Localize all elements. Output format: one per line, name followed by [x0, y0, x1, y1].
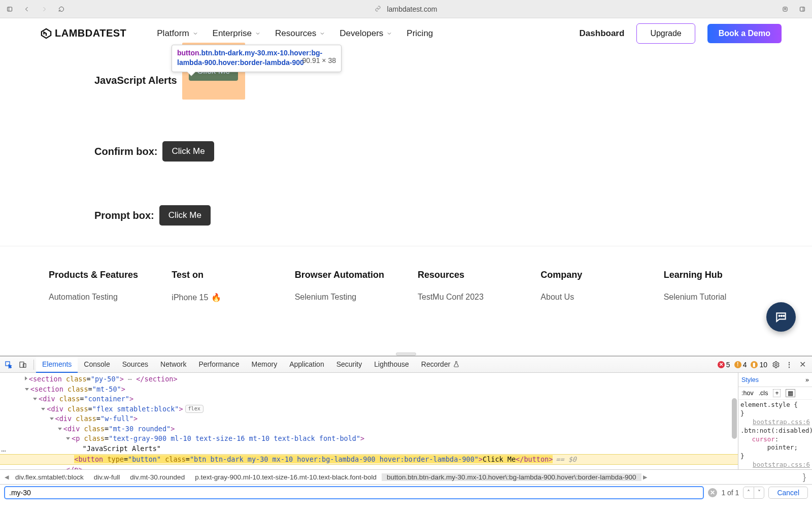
- flex-chip[interactable]: flex: [185, 405, 204, 413]
- upgrade-button[interactable]: Upgrade: [636, 23, 695, 44]
- cls-toggle[interactable]: .cls: [759, 390, 768, 397]
- add-rule-icon[interactable]: +: [773, 389, 781, 397]
- sidebar-toggle-icon[interactable]: [5, 5, 14, 14]
- footer-link[interactable]: Selenium Tutorial: [664, 293, 787, 302]
- find-bar: ✕ 1 of 1 ˄ ˅ Cancel: [0, 485, 812, 501]
- reader-icon[interactable]: [781, 5, 790, 14]
- svg-point-8: [779, 315, 780, 316]
- find-cancel-button[interactable]: Cancel: [768, 487, 808, 499]
- tab-styles[interactable]: Styles: [741, 376, 759, 383]
- inspect-tooltip: button.btn.btn-dark.my-30.mx-10.hover:bg…: [172, 45, 342, 72]
- elements-tree[interactable]: ⋯ <section class="py-50"> ⋯ </section> <…: [0, 373, 738, 469]
- prompt-button[interactable]: Click Me: [159, 205, 211, 226]
- styles-close-brace: }: [800, 472, 809, 483]
- nav-resources[interactable]: Resources: [275, 28, 325, 39]
- warnings-badge[interactable]: !4: [734, 361, 747, 369]
- footer: Products & FeaturesAutomation Testing Te…: [0, 246, 812, 302]
- find-prev-icon[interactable]: ˄: [743, 487, 754, 498]
- devtools-panel: Elements Console Sources Network Perform…: [0, 356, 812, 513]
- url-bar[interactable]: lambdatest.com: [375, 5, 437, 13]
- tab-application[interactable]: Application: [283, 357, 330, 373]
- svg-rect-5: [800, 7, 805, 11]
- crumb[interactable]: p.text-gray-900.ml-10.text-size-16.mt-10…: [190, 473, 382, 481]
- nav-pricing[interactable]: Pricing: [407, 28, 433, 39]
- logo[interactable]: LAMBDATEST: [41, 27, 126, 39]
- js-alerts-label: JavaScript Alerts: [94, 75, 177, 86]
- nav-enterprise[interactable]: Enterprise: [213, 28, 261, 39]
- tab-performance[interactable]: Performance: [192, 357, 245, 373]
- footer-heading: Resources: [418, 270, 540, 280]
- scrollbar-thumb[interactable]: [732, 398, 737, 439]
- devtools-drag-handle[interactable]: [396, 352, 416, 356]
- chevron-down-icon: [319, 30, 325, 37]
- errors-badge[interactable]: ✕5: [718, 361, 730, 369]
- tab-elements[interactable]: Elements: [36, 357, 78, 373]
- chevron-down-icon: [192, 30, 198, 37]
- crumb[interactable]: div.mt-30.rounded: [125, 473, 190, 481]
- footer-link[interactable]: Automation Testing: [49, 293, 172, 302]
- nav-dashboard[interactable]: Dashboard: [580, 28, 625, 39]
- logo-text: LAMBDATEST: [55, 27, 126, 39]
- device-toolbar-icon[interactable]: [17, 359, 28, 370]
- confirm-label: Confirm box:: [94, 146, 157, 157]
- tab-sources[interactable]: Sources: [116, 357, 154, 373]
- nav-developers[interactable]: Developers: [340, 28, 392, 39]
- tab-network[interactable]: Network: [154, 357, 192, 373]
- flask-icon: [453, 361, 460, 368]
- prompt-label: Prompt box:: [94, 210, 154, 221]
- tab-console[interactable]: Console: [78, 357, 116, 373]
- tooltip-classes: .btn.btn-dark.my-30.mx-10.hover:bg-lambd…: [177, 49, 322, 67]
- ellipsis-icon[interactable]: ⋯: [1, 445, 6, 457]
- selected-dom-node[interactable]: <button type="button" class="btn btn-dar…: [0, 454, 738, 465]
- site-header: LAMBDATEST Platform Enterprise Resources…: [0, 18, 812, 49]
- back-icon[interactable]: [22, 5, 31, 14]
- page-content: JavaScript Alerts Click Me Confirm box: …: [0, 49, 812, 226]
- url-text: lambdatest.com: [387, 5, 437, 13]
- svg-point-9: [781, 315, 782, 316]
- crumb-active[interactable]: button.btn.btn-dark.my-30.mx-10.hover\:b…: [382, 473, 641, 481]
- footer-link[interactable]: TestMu Conf 2023: [418, 293, 540, 302]
- fire-icon: 🔥: [211, 293, 221, 302]
- book-demo-button[interactable]: Book a Demo: [707, 24, 782, 43]
- browser-toolbar: lambdatest.com: [0, 0, 812, 18]
- tab-security[interactable]: Security: [330, 357, 368, 373]
- crumb[interactable]: div.flex.smtablet\:block: [10, 473, 89, 481]
- info-badge[interactable]: ▮10: [751, 361, 767, 369]
- footer-heading: Test on: [172, 270, 294, 280]
- tab-lighthouse[interactable]: Lighthouse: [368, 357, 415, 373]
- hov-toggle[interactable]: :hov: [741, 390, 754, 397]
- chat-button[interactable]: [766, 302, 796, 332]
- chevron-down-icon: [255, 30, 261, 37]
- svg-point-10: [783, 315, 784, 316]
- crumb[interactable]: div.w-full: [89, 473, 125, 481]
- footer-heading: Products & Features: [49, 270, 172, 280]
- footer-link[interactable]: Selenium Testing: [295, 293, 418, 302]
- inspect-element-icon[interactable]: [3, 359, 14, 370]
- footer-heading: Browser Automation: [295, 270, 418, 280]
- crumbs-right-icon[interactable]: ▶: [641, 474, 649, 480]
- crumbs-left-icon[interactable]: ◀: [3, 474, 10, 480]
- devtools-tabs: Elements Console Sources Network Perform…: [0, 357, 812, 373]
- footer-link[interactable]: iPhone 15 🔥: [172, 293, 294, 302]
- gear-icon[interactable]: [771, 360, 781, 369]
- more-icon[interactable]: ⋮: [785, 360, 794, 369]
- footer-link[interactable]: About Us: [540, 293, 663, 302]
- dom-breadcrumbs: ◀ div.flex.smtablet\:block div.w-full di…: [0, 469, 812, 485]
- chevron-right-icon[interactable]: »: [805, 376, 809, 383]
- tabs-icon[interactable]: [798, 5, 807, 14]
- computed-icon[interactable]: ▦: [786, 389, 795, 397]
- svg-rect-0: [8, 7, 12, 11]
- svg-point-14: [775, 364, 777, 366]
- styles-rules[interactable]: element.style { } bootstrap.css:6.btn:no…: [738, 400, 812, 469]
- find-next-icon[interactable]: ˅: [754, 487, 764, 498]
- reload-icon[interactable]: [57, 5, 66, 14]
- confirm-button[interactable]: Click Me: [162, 141, 214, 162]
- forward-icon: [40, 5, 49, 14]
- tab-recorder[interactable]: Recorder: [415, 357, 466, 373]
- close-devtools-icon[interactable]: ✕: [798, 360, 807, 369]
- nav-platform[interactable]: Platform: [157, 28, 198, 39]
- find-count: 1 of 1: [721, 489, 739, 497]
- find-input[interactable]: [4, 486, 704, 499]
- tab-memory[interactable]: Memory: [246, 357, 284, 373]
- clear-find-icon[interactable]: ✕: [708, 488, 717, 497]
